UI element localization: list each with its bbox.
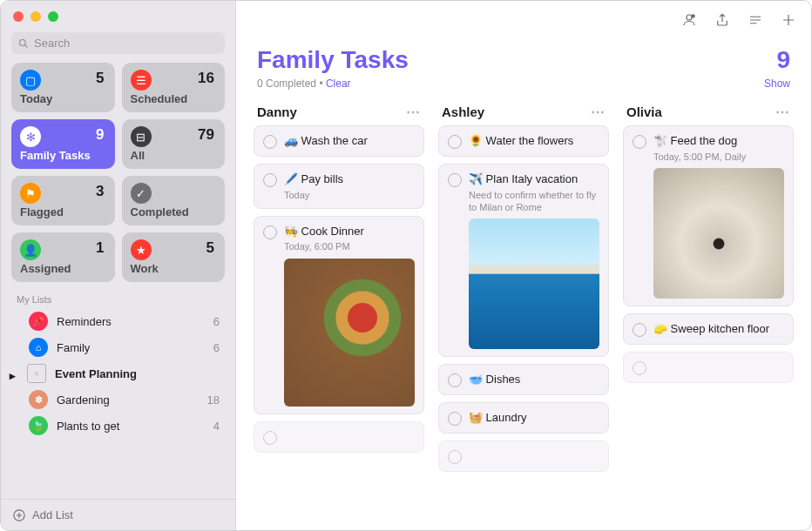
search-icon	[18, 38, 29, 49]
new-task-row[interactable]	[254, 421, 424, 453]
list-icon	[748, 12, 763, 28]
today-icon: ▢	[20, 70, 41, 91]
close-window-button[interactable]	[13, 11, 24, 22]
task-title: 🖊️ Pay bills	[284, 171, 415, 187]
sidebar-lists: My Lists 📌Reminders6⌂Family6▸≡Event Plan…	[1, 282, 235, 499]
svg-point-0	[20, 39, 26, 45]
task-content: 🧺 Laundry	[469, 410, 599, 426]
task-complete-radio[interactable]	[263, 225, 277, 239]
list-label: Plants to get	[57, 420, 205, 433]
task-content: 🌻 Water the flowers	[469, 133, 599, 149]
view-options-button[interactable]	[747, 11, 764, 29]
share-icon	[714, 12, 730, 28]
task-card[interactable]: ✈️ Plan Italy vacationNeed to confirm wh…	[438, 164, 609, 357]
list-title: Family Tasks	[257, 46, 409, 74]
task-image[interactable]	[284, 259, 415, 407]
smart-list-count: 1	[96, 239, 104, 257]
clear-completed-button[interactable]: Clear	[326, 77, 351, 90]
task-image[interactable]	[653, 168, 784, 299]
list-label: Reminders	[57, 315, 205, 328]
task-card[interactable]: 🥣 Dishes	[438, 364, 609, 395]
task-content: ✈️ Plan Italy vacationNeed to confirm wh…	[469, 171, 599, 349]
list-item-event-planning[interactable]: ▸≡Event Planning	[1, 360, 235, 386]
smart-list-count: 5	[96, 70, 104, 87]
list-item-reminders[interactable]: 📌Reminders6	[1, 308, 235, 334]
list-label: Event Planning	[55, 367, 211, 380]
smart-list-count: 5	[206, 239, 214, 257]
task-title: 🧺 Laundry	[469, 410, 599, 426]
column-name: Danny	[257, 104, 297, 119]
task-content: 🥣 Dishes	[469, 372, 599, 387]
smart-list-flagged[interactable]: ⚑3Flagged	[11, 176, 115, 225]
column-header: Ashley⋯	[438, 98, 609, 125]
smart-list-family-tasks[interactable]: ✻9Family Tasks	[11, 119, 115, 169]
collaborate-button[interactable]	[680, 11, 698, 29]
smart-list-all[interactable]: ⊟79All	[122, 119, 226, 169]
zoom-window-button[interactable]	[48, 11, 58, 22]
reminders-icon: 📌	[29, 312, 48, 331]
new-reminder-button[interactable]	[780, 11, 797, 29]
task-complete-radio[interactable]	[633, 361, 646, 375]
task-complete-radio[interactable]	[448, 412, 462, 426]
task-complete-radio[interactable]	[448, 450, 462, 464]
task-content: 🚙 Wash the car	[284, 133, 415, 149]
new-task-row[interactable]	[438, 440, 609, 472]
column-more-button[interactable]: ⋯	[591, 104, 606, 120]
task-title: 🌻 Water the flowers	[469, 133, 599, 149]
minimize-window-button[interactable]	[30, 11, 41, 22]
share-button[interactable]	[714, 11, 731, 29]
list-label: Gardening	[57, 393, 199, 407]
assigned-icon: 👤	[20, 239, 41, 260]
smart-list-completed[interactable]: ✓Completed	[122, 176, 226, 225]
task-complete-radio[interactable]	[633, 323, 646, 337]
task-subtitle: Today, 6:00 PM	[284, 240, 415, 252]
task-card[interactable]: 🧑‍🍳 Cook DinnerToday, 6:00 PM	[254, 216, 424, 414]
smart-list-work[interactable]: ★5Work	[122, 232, 226, 282]
person-badge-icon	[681, 12, 697, 28]
task-complete-radio[interactable]	[448, 173, 462, 187]
gardening-icon: ✽	[29, 390, 48, 409]
column-olivia: Olivia⋯🐩 Feed the dogToday, 5:00 PM, Dai…	[623, 98, 794, 516]
completed-text: 0 Completed	[257, 77, 316, 90]
sidebar: Search ▢5Today☰16Scheduled✻9Family Tasks…	[1, 1, 236, 530]
column-more-button[interactable]: ⋯	[775, 104, 790, 120]
task-card[interactable]: 🌻 Water the flowers	[438, 125, 609, 157]
task-card[interactable]: 🖊️ Pay billsToday	[254, 164, 424, 209]
task-card[interactable]: 🐩 Feed the dogToday, 5:00 PM, Daily	[623, 125, 794, 306]
task-complete-radio[interactable]	[448, 373, 462, 387]
smart-list-assigned[interactable]: 👤1Assigned	[11, 232, 115, 282]
smart-list-label: Completed	[131, 205, 217, 218]
show-completed-button[interactable]: Show	[764, 77, 790, 90]
task-card[interactable]: 🚙 Wash the car	[254, 125, 424, 157]
flagged-icon: ⚑	[20, 183, 41, 204]
smart-list-count: 3	[96, 183, 104, 200]
new-task-row[interactable]	[623, 352, 794, 383]
task-complete-radio[interactable]	[263, 173, 277, 187]
plants-to-get-icon: 🍃	[29, 416, 48, 435]
list-item-gardening[interactable]: ✽Gardening18	[1, 386, 235, 413]
column-more-button[interactable]: ⋯	[406, 104, 421, 120]
task-complete-radio[interactable]	[633, 135, 646, 149]
list-item-plants-to-get[interactable]: 🍃Plants to get4	[1, 413, 235, 439]
window-controls	[1, 1, 235, 29]
add-list-button[interactable]: Add List	[1, 499, 235, 530]
plus-icon	[781, 12, 796, 28]
task-card[interactable]: 🧺 Laundry	[438, 402, 609, 434]
task-complete-radio[interactable]	[263, 431, 277, 445]
plus-circle-icon	[13, 509, 25, 521]
smart-list-count: 9	[96, 126, 104, 144]
search-input[interactable]: Search	[11, 32, 225, 54]
smart-list-today[interactable]: ▢5Today	[11, 63, 115, 112]
task-complete-radio[interactable]	[263, 135, 277, 149]
search-placeholder: Search	[34, 37, 70, 50]
task-card[interactable]: 🧽 Sweep kitchen floor	[623, 313, 794, 345]
task-subtitle: Today	[284, 189, 415, 201]
family-tasks-icon: ✻	[20, 126, 41, 147]
smart-list-scheduled[interactable]: ☰16Scheduled	[122, 63, 226, 112]
task-title: 🧽 Sweep kitchen floor	[653, 321, 784, 337]
task-image[interactable]	[469, 218, 599, 349]
task-complete-radio[interactable]	[448, 135, 462, 149]
list-item-family[interactable]: ⌂Family6	[1, 334, 235, 360]
chevron-right-icon[interactable]: ▸	[10, 369, 18, 378]
smart-list-count: 79	[198, 126, 214, 144]
